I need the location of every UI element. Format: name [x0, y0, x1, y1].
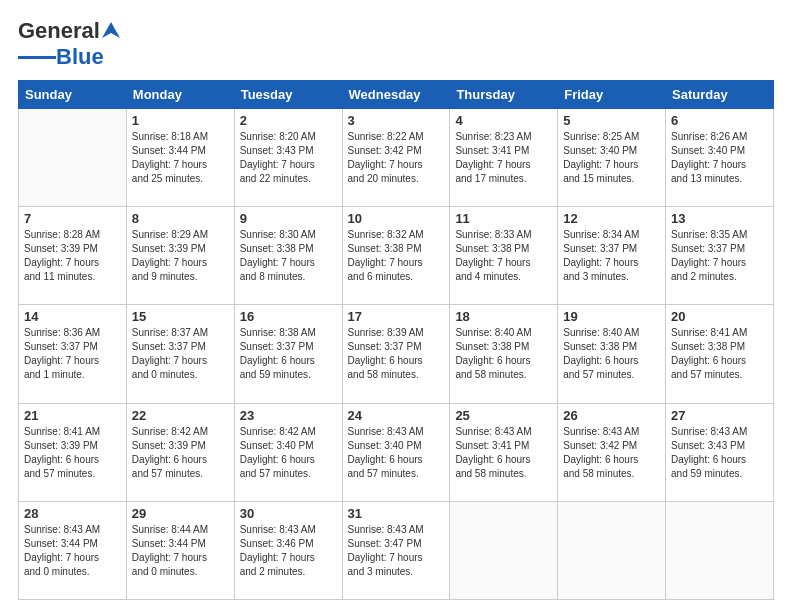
col-header-friday: Friday: [558, 81, 666, 109]
day-info: Sunrise: 8:37 AMSunset: 3:37 PMDaylight:…: [132, 326, 229, 382]
header: General Blue: [18, 18, 774, 70]
calendar-cell: 19Sunrise: 8:40 AMSunset: 3:38 PMDayligh…: [558, 305, 666, 403]
col-header-thursday: Thursday: [450, 81, 558, 109]
calendar-cell: 21Sunrise: 8:41 AMSunset: 3:39 PMDayligh…: [19, 403, 127, 501]
logo-blue: Blue: [56, 44, 104, 70]
day-info: Sunrise: 8:43 AMSunset: 3:46 PMDaylight:…: [240, 523, 337, 579]
day-number: 11: [455, 211, 552, 226]
day-number: 15: [132, 309, 229, 324]
col-header-monday: Monday: [126, 81, 234, 109]
day-number: 18: [455, 309, 552, 324]
day-info: Sunrise: 8:18 AMSunset: 3:44 PMDaylight:…: [132, 130, 229, 186]
day-info: Sunrise: 8:43 AMSunset: 3:43 PMDaylight:…: [671, 425, 768, 481]
calendar-cell: 11Sunrise: 8:33 AMSunset: 3:38 PMDayligh…: [450, 207, 558, 305]
day-info: Sunrise: 8:33 AMSunset: 3:38 PMDaylight:…: [455, 228, 552, 284]
day-info: Sunrise: 8:43 AMSunset: 3:41 PMDaylight:…: [455, 425, 552, 481]
calendar-cell: 8Sunrise: 8:29 AMSunset: 3:39 PMDaylight…: [126, 207, 234, 305]
calendar-cell: 5Sunrise: 8:25 AMSunset: 3:40 PMDaylight…: [558, 109, 666, 207]
day-info: Sunrise: 8:30 AMSunset: 3:38 PMDaylight:…: [240, 228, 337, 284]
day-info: Sunrise: 8:38 AMSunset: 3:37 PMDaylight:…: [240, 326, 337, 382]
day-number: 4: [455, 113, 552, 128]
day-number: 6: [671, 113, 768, 128]
logo-general: General: [18, 18, 100, 44]
calendar-cell: 24Sunrise: 8:43 AMSunset: 3:40 PMDayligh…: [342, 403, 450, 501]
day-number: 23: [240, 408, 337, 423]
day-number: 22: [132, 408, 229, 423]
day-number: 12: [563, 211, 660, 226]
calendar-cell: 14Sunrise: 8:36 AMSunset: 3:37 PMDayligh…: [19, 305, 127, 403]
col-header-sunday: Sunday: [19, 81, 127, 109]
calendar-cell: 30Sunrise: 8:43 AMSunset: 3:46 PMDayligh…: [234, 501, 342, 599]
calendar-cell: 13Sunrise: 8:35 AMSunset: 3:37 PMDayligh…: [666, 207, 774, 305]
day-number: 7: [24, 211, 121, 226]
calendar-cell: 31Sunrise: 8:43 AMSunset: 3:47 PMDayligh…: [342, 501, 450, 599]
day-info: Sunrise: 8:42 AMSunset: 3:39 PMDaylight:…: [132, 425, 229, 481]
calendar-cell: 10Sunrise: 8:32 AMSunset: 3:38 PMDayligh…: [342, 207, 450, 305]
day-number: 17: [348, 309, 445, 324]
calendar-cell: 7Sunrise: 8:28 AMSunset: 3:39 PMDaylight…: [19, 207, 127, 305]
day-info: Sunrise: 8:29 AMSunset: 3:39 PMDaylight:…: [132, 228, 229, 284]
calendar-cell: [666, 501, 774, 599]
calendar-table: SundayMondayTuesdayWednesdayThursdayFrid…: [18, 80, 774, 600]
day-number: 16: [240, 309, 337, 324]
svg-marker-0: [102, 22, 120, 38]
day-number: 28: [24, 506, 121, 521]
day-info: Sunrise: 8:39 AMSunset: 3:37 PMDaylight:…: [348, 326, 445, 382]
day-number: 13: [671, 211, 768, 226]
calendar-cell: 4Sunrise: 8:23 AMSunset: 3:41 PMDaylight…: [450, 109, 558, 207]
day-number: 8: [132, 211, 229, 226]
day-info: Sunrise: 8:43 AMSunset: 3:44 PMDaylight:…: [24, 523, 121, 579]
day-number: 29: [132, 506, 229, 521]
day-info: Sunrise: 8:20 AMSunset: 3:43 PMDaylight:…: [240, 130, 337, 186]
day-info: Sunrise: 8:32 AMSunset: 3:38 PMDaylight:…: [348, 228, 445, 284]
calendar-cell: [558, 501, 666, 599]
day-number: 1: [132, 113, 229, 128]
day-info: Sunrise: 8:43 AMSunset: 3:42 PMDaylight:…: [563, 425, 660, 481]
day-info: Sunrise: 8:43 AMSunset: 3:47 PMDaylight:…: [348, 523, 445, 579]
calendar-cell: [19, 109, 127, 207]
calendar-cell: 23Sunrise: 8:42 AMSunset: 3:40 PMDayligh…: [234, 403, 342, 501]
calendar-cell: 15Sunrise: 8:37 AMSunset: 3:37 PMDayligh…: [126, 305, 234, 403]
day-number: 30: [240, 506, 337, 521]
col-header-saturday: Saturday: [666, 81, 774, 109]
calendar-cell: 25Sunrise: 8:43 AMSunset: 3:41 PMDayligh…: [450, 403, 558, 501]
day-info: Sunrise: 8:34 AMSunset: 3:37 PMDaylight:…: [563, 228, 660, 284]
day-number: 26: [563, 408, 660, 423]
day-info: Sunrise: 8:25 AMSunset: 3:40 PMDaylight:…: [563, 130, 660, 186]
day-info: Sunrise: 8:26 AMSunset: 3:40 PMDaylight:…: [671, 130, 768, 186]
day-number: 21: [24, 408, 121, 423]
day-info: Sunrise: 8:41 AMSunset: 3:38 PMDaylight:…: [671, 326, 768, 382]
calendar-cell: 16Sunrise: 8:38 AMSunset: 3:37 PMDayligh…: [234, 305, 342, 403]
day-info: Sunrise: 8:36 AMSunset: 3:37 PMDaylight:…: [24, 326, 121, 382]
day-number: 19: [563, 309, 660, 324]
day-number: 27: [671, 408, 768, 423]
day-number: 2: [240, 113, 337, 128]
calendar-cell: 29Sunrise: 8:44 AMSunset: 3:44 PMDayligh…: [126, 501, 234, 599]
day-number: 24: [348, 408, 445, 423]
day-number: 9: [240, 211, 337, 226]
logo-bird-icon: [100, 20, 122, 42]
col-header-wednesday: Wednesday: [342, 81, 450, 109]
calendar-cell: 17Sunrise: 8:39 AMSunset: 3:37 PMDayligh…: [342, 305, 450, 403]
day-number: 5: [563, 113, 660, 128]
col-header-tuesday: Tuesday: [234, 81, 342, 109]
day-number: 3: [348, 113, 445, 128]
day-info: Sunrise: 8:23 AMSunset: 3:41 PMDaylight:…: [455, 130, 552, 186]
day-number: 10: [348, 211, 445, 226]
calendar-cell: 6Sunrise: 8:26 AMSunset: 3:40 PMDaylight…: [666, 109, 774, 207]
calendar-cell: 18Sunrise: 8:40 AMSunset: 3:38 PMDayligh…: [450, 305, 558, 403]
day-info: Sunrise: 8:41 AMSunset: 3:39 PMDaylight:…: [24, 425, 121, 481]
day-info: Sunrise: 8:28 AMSunset: 3:39 PMDaylight:…: [24, 228, 121, 284]
calendar-cell: 12Sunrise: 8:34 AMSunset: 3:37 PMDayligh…: [558, 207, 666, 305]
day-number: 20: [671, 309, 768, 324]
day-info: Sunrise: 8:35 AMSunset: 3:37 PMDaylight:…: [671, 228, 768, 284]
calendar-cell: [450, 501, 558, 599]
calendar-cell: 3Sunrise: 8:22 AMSunset: 3:42 PMDaylight…: [342, 109, 450, 207]
calendar-cell: 2Sunrise: 8:20 AMSunset: 3:43 PMDaylight…: [234, 109, 342, 207]
logo: General Blue: [18, 18, 122, 70]
calendar-cell: 26Sunrise: 8:43 AMSunset: 3:42 PMDayligh…: [558, 403, 666, 501]
day-info: Sunrise: 8:22 AMSunset: 3:42 PMDaylight:…: [348, 130, 445, 186]
day-info: Sunrise: 8:43 AMSunset: 3:40 PMDaylight:…: [348, 425, 445, 481]
calendar-cell: 22Sunrise: 8:42 AMSunset: 3:39 PMDayligh…: [126, 403, 234, 501]
day-number: 25: [455, 408, 552, 423]
